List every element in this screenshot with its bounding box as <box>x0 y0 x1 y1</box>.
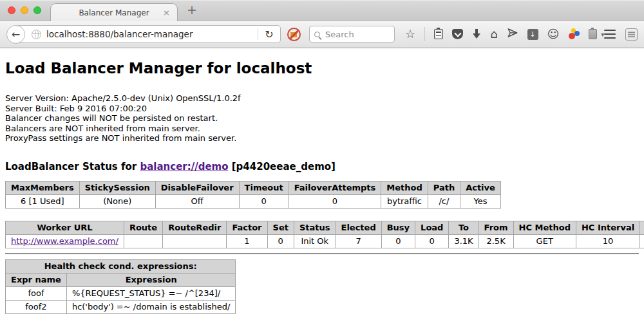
cell-elected: 7 <box>336 234 381 248</box>
col-header: DisableFailover <box>155 181 239 194</box>
zoom-window-button[interactable] <box>33 6 41 14</box>
tab-close-icon[interactable]: × <box>163 8 170 17</box>
col-header: RouteRedir <box>163 221 227 234</box>
divider-rule <box>5 253 639 254</box>
window-controls <box>8 6 41 14</box>
tab-balancer-manager[interactable]: Balancer Manager × <box>50 3 178 21</box>
cell-status: Init Ok <box>294 234 336 248</box>
cell-disablefailover: Off <box>155 194 239 208</box>
site-identity-globe-icon[interactable] <box>32 30 41 39</box>
worker-status-table: Worker URL Route RouteRedir Factor Set S… <box>5 221 644 248</box>
navigation-toolbar: ← localhost:8880/balancer-manager ↻ ☆ ⌂ … <box>0 21 644 48</box>
loadbalancer-status-heading: LoadBalancer Status for balancer://demo … <box>5 161 639 172</box>
url-text[interactable]: localhost:8880/balancer-manager <box>46 29 193 39</box>
cell-failoverattempts: 0 <box>289 194 381 208</box>
server-built-line: Server Built: Feb 9 2016 07:00:20 <box>5 104 639 114</box>
page-title: Load Balancer Manager for localhost <box>5 60 639 77</box>
table-header-row: MaxMembers StickySession DisableFailover… <box>6 181 501 194</box>
extension-dots-icon[interactable] <box>568 28 580 40</box>
menu-button[interactable] <box>604 30 616 39</box>
cell-expression: %{REQUEST_STATUS} =~ /^[234]/ <box>66 286 236 300</box>
bookmarks-sidebar-icon[interactable] <box>434 29 443 39</box>
worker-url-link[interactable]: http://www.example.com/ <box>11 236 118 246</box>
home-icon[interactable]: ⌂ <box>490 28 497 40</box>
cell-path: /c/ <box>428 194 460 208</box>
plugin-blocked-icon[interactable] <box>287 28 301 41</box>
send-tab-icon[interactable] <box>507 27 518 41</box>
cell-to: 3.1K <box>449 234 478 248</box>
cell-from: 2.5K <box>478 234 513 248</box>
col-header: Busy <box>381 221 415 234</box>
col-header: Method <box>381 181 428 194</box>
cell-worker-url: http://www.example.com/ <box>6 234 124 248</box>
table-row: foof %{REQUEST_STATUS} =~ /^[234]/ <box>6 286 236 300</box>
browser-window: Balancer Manager × + ← localhost:8880/ba… <box>0 0 644 316</box>
col-header: From <box>478 221 513 234</box>
cell-factor: 1 <box>227 234 267 248</box>
new-tab-button[interactable]: + <box>187 3 197 17</box>
table-header-row: Worker URL Route RouteRedir Factor Set S… <box>6 221 644 234</box>
col-header: FailoverAttempts <box>289 181 381 194</box>
col-header: Status <box>294 221 336 234</box>
cell-load: 0 <box>415 234 449 248</box>
cell-routeredir <box>163 234 227 248</box>
balancer-settings-table: MaxMembers StickySession DisableFailover… <box>5 181 501 209</box>
clipboard-extension-icon[interactable] <box>589 29 597 39</box>
balancers-notice-line: Balancers are NOT inherited from main se… <box>5 124 639 134</box>
col-header: Timeout <box>239 181 289 194</box>
col-header: To <box>449 221 478 234</box>
tab-bar: Balancer Manager × + <box>0 0 644 21</box>
col-header: Worker URL <box>6 221 124 234</box>
url-bar[interactable]: localhost:8880/balancer-manager ↻ <box>15 25 281 43</box>
cell-active: Yes <box>460 194 501 208</box>
table-row: foof2 hc('body') =~ /domain is establish… <box>6 300 236 313</box>
bookmark-star-icon[interactable]: ☆ <box>405 28 415 40</box>
cell-set: 0 <box>267 234 294 248</box>
col-header: Load <box>415 221 449 234</box>
back-button[interactable]: ← <box>6 25 25 44</box>
table-row: http://www.example.com/ 1 0 Init Ok 7 0 … <box>6 234 644 248</box>
col-header: HC Method <box>513 221 576 234</box>
cell-stickysession: (None) <box>79 194 155 208</box>
col-header: Path <box>428 181 460 194</box>
feedback-smiley-icon[interactable]: ☺ <box>547 28 560 40</box>
search-icon <box>314 32 320 37</box>
screenshot-extension-icon[interactable] <box>625 28 638 41</box>
col-header: Elected <box>336 221 381 234</box>
cell-timeout: 0 <box>239 194 289 208</box>
page-content: Load Balancer Manager for localhost Serv… <box>0 48 644 316</box>
cell-busy: 0 <box>381 234 415 248</box>
persist-notice-line: Balancer changes will NOT be persisted o… <box>5 113 639 124</box>
col-header: MaxMembers <box>6 181 80 194</box>
status-heading-suffix: [p4420eeae_demo] <box>229 161 336 172</box>
minimize-window-button[interactable] <box>21 6 28 14</box>
toolbar-icons: ☆ ⌂ ↓ ☺ ▾ <box>405 27 604 41</box>
col-header: HC Interval <box>576 221 639 234</box>
col-header: Passes <box>640 221 644 234</box>
cell-method: bytraffic <box>381 194 428 208</box>
balancer-demo-link[interactable]: balancer://demo <box>140 161 228 172</box>
proxypass-notice-line: ProxyPass settings are NOT inherited fro… <box>5 133 639 144</box>
table-header-row: Expr name Expression <box>6 273 236 286</box>
cell-maxmembers: 6 [1 Used] <box>6 194 80 208</box>
col-header: Factor <box>227 221 267 234</box>
cell-expression: hc('body') =~ /domain is established/ <box>66 300 236 313</box>
reload-button[interactable]: ↻ <box>258 28 280 41</box>
col-header: Expr name <box>6 273 67 286</box>
status-heading-prefix: LoadBalancer Status for <box>5 161 140 172</box>
health-table-title: Health check cond. expressions: <box>6 259 236 273</box>
health-check-table: Health check cond. expressions: Expr nam… <box>5 259 236 314</box>
search-bar[interactable] <box>309 26 395 42</box>
cell-hc-interval: 10 <box>576 234 639 248</box>
download-manager-icon[interactable]: ↓ <box>527 29 538 40</box>
search-input[interactable] <box>324 29 385 40</box>
downloads-icon[interactable] <box>472 29 481 39</box>
pocket-icon[interactable] <box>452 29 463 39</box>
col-header: Route <box>124 221 162 234</box>
close-window-button[interactable] <box>8 6 15 14</box>
table-row: 6 [1 Used] (None) Off 0 0 bytraffic /c/ … <box>6 194 501 208</box>
tab-title: Balancer Manager <box>79 8 149 17</box>
col-header: Set <box>267 221 294 234</box>
server-version-line: Server Version: Apache/2.5.0-dev (Unix) … <box>5 93 639 104</box>
server-info: Server Version: Apache/2.5.0-dev (Unix) … <box>5 93 639 144</box>
